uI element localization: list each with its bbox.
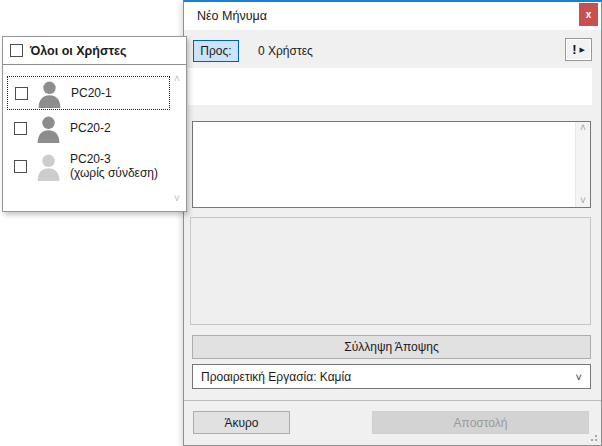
user-list: PC20-1 PC20-2 PC20-3 (χωρίς σύνδεση) (3, 65, 186, 211)
message-text (197, 124, 572, 205)
page-title: Νέο Μήνυμα (197, 2, 267, 30)
optional-task-value: Προαιρετική Εργασία: Καμία (201, 370, 351, 384)
cancel-button[interactable]: Άκυρο (193, 411, 290, 434)
user-name: PC20-2 (70, 121, 111, 135)
scroll-up-icon[interactable]: ˄ (170, 73, 184, 85)
user-name: PC20-1 (71, 86, 112, 100)
user-checkbox[interactable] (14, 122, 27, 135)
select-all-label: Όλοι οι Χρήστες (30, 44, 127, 58)
send-button[interactable]: Αποστολή (372, 411, 589, 434)
user-checkbox[interactable] (14, 160, 27, 173)
screen: Νέο Μήνυμα x Προς: 0 Χρήστες ! ▶ ˄ ˅ Σύλ… (0, 0, 602, 446)
recipients-count: 0 Χρήστες (258, 40, 313, 62)
scroll-down-icon[interactable]: ˅ (576, 195, 590, 207)
user-icon-offline (36, 152, 61, 181)
user-list-scrollbar[interactable]: ˄ ˅ (170, 73, 184, 205)
list-item[interactable]: PC20-2 (7, 111, 170, 145)
send-label: Αποστολή (454, 416, 508, 430)
resize-grip[interactable] (589, 433, 597, 441)
scroll-down-icon[interactable]: ˅ (170, 193, 184, 205)
priority-button[interactable]: ! ▶ (565, 38, 592, 61)
message-input[interactable]: ˄ ˅ (192, 121, 591, 208)
chevron-down-icon: ˅ (576, 371, 582, 383)
screenshot-preview-area (190, 217, 591, 325)
list-item[interactable]: PC20-3 (χωρίς σύνδεση) (7, 146, 170, 186)
scroll-up-icon[interactable]: ˄ (576, 122, 590, 134)
cancel-label: Άκυρο (224, 416, 258, 430)
footer-separator (184, 400, 601, 401)
message-scrollbar[interactable]: ˄ ˅ (575, 122, 590, 207)
user-checkbox[interactable] (15, 87, 28, 100)
arrow-right-icon: ▶ (579, 46, 584, 53)
list-item[interactable]: PC20-1 (7, 76, 170, 110)
new-message-dialog: Νέο Μήνυμα x Προς: 0 Χρήστες ! ▶ ˄ ˅ Σύλ… (183, 0, 602, 446)
close-icon[interactable]: x (579, 3, 598, 26)
optional-task-dropdown[interactable]: Προαιρετική Εργασία: Καμία ˅ (192, 364, 591, 389)
capture-view-label: Σύλληψη Άποψης (344, 340, 438, 354)
titlebar[interactable]: Νέο Μήνυμα x (184, 2, 601, 30)
user-name-text: PC20-3 (70, 152, 111, 166)
user-icon (37, 79, 62, 108)
exclamation-icon: ! (572, 43, 576, 56)
select-all-row[interactable]: Όλοι οι Χρήστες (3, 37, 186, 65)
to-button-label: Προς: (200, 44, 231, 58)
to-button[interactable]: Προς: (193, 40, 239, 62)
select-all-checkbox[interactable] (10, 44, 23, 57)
user-icon (36, 114, 61, 143)
user-name: PC20-3 (χωρίς σύνδεση) (70, 152, 158, 180)
recipients-display[interactable] (188, 68, 592, 105)
user-select-panel: Όλοι οι Χρήστες PC20-1 PC20-2 (2, 36, 187, 212)
capture-view-button[interactable]: Σύλληψη Άποψης (192, 335, 591, 359)
user-status: (χωρίς σύνδεση) (70, 166, 158, 180)
